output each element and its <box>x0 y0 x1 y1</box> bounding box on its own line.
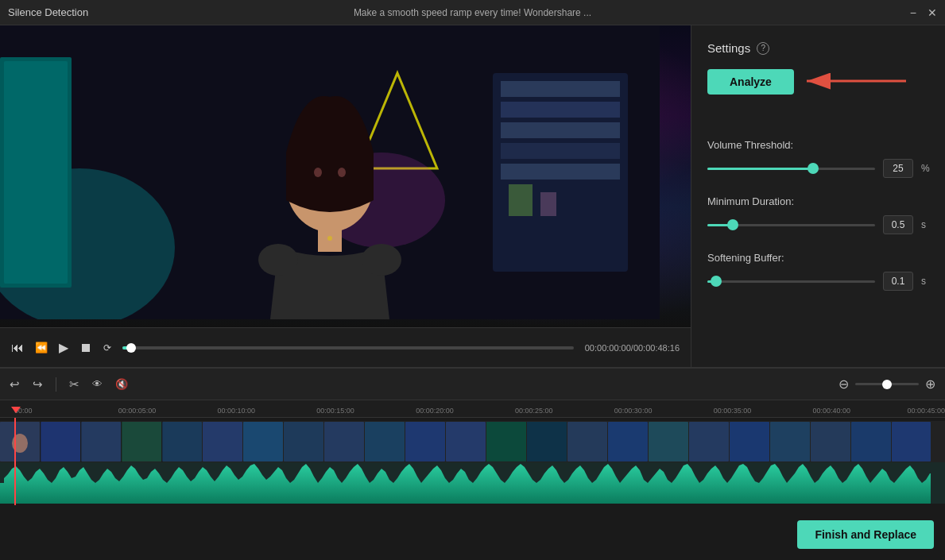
help-icon[interactable]: ? <box>757 42 769 55</box>
svg-rect-4 <box>501 102 620 118</box>
svg-rect-44 <box>851 422 891 462</box>
softening-buffer-value: 0.1 <box>883 272 913 291</box>
softening-buffer-group: Softening Buffer: 0.1 s <box>707 252 929 291</box>
svg-rect-34 <box>446 422 486 462</box>
mute-button[interactable]: 🔇 <box>115 378 128 390</box>
zoom-out-button[interactable]: ⊖ <box>838 377 849 392</box>
video-scene-svg <box>0 25 660 319</box>
zoom-in-button[interactable]: ⊕ <box>925 377 935 392</box>
svg-rect-48 <box>527 422 567 462</box>
minimize-button[interactable]: − <box>910 7 916 18</box>
svg-rect-25 <box>81 422 121 462</box>
softening-buffer-label: Softening Buffer: <box>707 252 929 264</box>
svg-rect-19 <box>509 184 533 216</box>
svg-rect-37 <box>567 422 607 462</box>
svg-rect-5 <box>501 122 620 138</box>
video-controls: ⏮ ⏪ ▶ ⏹ ⟳ 00:00:00:00/00:00:48:16 <box>0 327 691 367</box>
minimum-duration-value: 0.5 <box>883 215 913 234</box>
settings-panel: Settings ? Analyze Volume Threshold: <box>691 25 945 367</box>
svg-rect-42 <box>770 422 810 462</box>
analyze-button[interactable]: Analyze <box>707 69 794 95</box>
svg-point-15 <box>362 244 401 276</box>
svg-rect-28 <box>203 422 242 462</box>
ruler-mark-4: 00:00:20:00 <box>416 407 454 415</box>
minimum-duration-unit: s <box>921 219 929 230</box>
close-button[interactable]: ✕ <box>928 7 937 18</box>
progress-bar[interactable] <box>122 346 574 350</box>
minimum-duration-group: Minimum Duration: 0.5 s <box>707 195 929 234</box>
cut-button[interactable]: ✂ <box>69 377 79 392</box>
ruler-mark-3: 00:00:15:00 <box>316 407 354 415</box>
svg-rect-30 <box>284 422 323 462</box>
minimum-duration-label: Minimum Duration: <box>707 195 929 207</box>
duration-slider-thumb[interactable] <box>727 219 738 230</box>
ruler-mark-2: 00:00:10:00 <box>217 407 255 415</box>
video-thumbnails-svg <box>0 421 931 462</box>
video-background <box>0 25 691 327</box>
frame-back-button[interactable]: ⏪ <box>35 342 48 353</box>
time-display: 00:00:00:00/00:00:48:16 <box>585 343 680 353</box>
loop-button[interactable]: ⟳ <box>103 343 111 353</box>
main-area: ⏮ ⏪ ▶ ⏹ ⟳ 00:00:00:00/00:00:48:16 Settin… <box>0 25 945 367</box>
ruler-mark-7: 00:00:35:00 <box>714 407 752 415</box>
svg-rect-38 <box>608 422 648 462</box>
volume-threshold-label: Volume Threshold: <box>707 139 929 151</box>
analyze-section: Analyze <box>707 69 929 117</box>
volume-threshold-row: 25 % <box>707 159 929 178</box>
ruler-mark-5: 00:00:25:00 <box>515 407 553 415</box>
svg-rect-39 <box>649 422 688 462</box>
video-preview <box>0 25 691 327</box>
svg-rect-45 <box>892 422 931 462</box>
svg-rect-6 <box>501 143 620 159</box>
progress-thumb <box>126 343 136 353</box>
video-content <box>0 25 691 327</box>
svg-rect-40 <box>689 422 729 462</box>
minimum-duration-slider[interactable] <box>707 224 875 226</box>
go-to-start-button[interactable]: ⏮ <box>11 342 24 354</box>
zoom-thumb <box>882 380 892 389</box>
softening-buffer-slider[interactable] <box>707 280 875 283</box>
svg-point-14 <box>258 244 298 276</box>
timeline-toolbar: ↩ ↪ ✂ 👁 🔇 ⊖ ⊕ <box>0 369 945 400</box>
timeline-tracks <box>0 418 945 505</box>
volume-slider-thumb[interactable] <box>808 163 819 174</box>
svg-rect-47 <box>486 422 526 462</box>
finish-and-replace-button[interactable]: Finish and Replace <box>797 520 934 549</box>
timeline-area: ↩ ↪ ✂ 👁 🔇 ⊖ ⊕ 00:00 00:00:05:00 00:00:10… <box>0 367 945 560</box>
waveform-svg <box>0 462 931 504</box>
marquee-text: Make a smooth speed ramp every time! Won… <box>354 7 591 18</box>
zoom-slider[interactable] <box>855 383 919 385</box>
svg-point-16 <box>314 168 322 177</box>
stop-button[interactable]: ⏹ <box>79 342 92 354</box>
waveform-track <box>0 462 945 504</box>
svg-rect-46 <box>122 422 161 462</box>
svg-point-18 <box>327 236 332 241</box>
play-button[interactable]: ▶ <box>59 342 68 354</box>
svg-rect-3 <box>501 81 620 97</box>
ruler-mark-9: 00:00:45:00 <box>907 407 945 415</box>
svg-rect-9 <box>4 61 68 284</box>
timeline-ruler: 00:00 00:00:05:00 00:00:10:00 00:00:15:0… <box>0 400 945 418</box>
svg-rect-27 <box>162 422 202 462</box>
title-bar: Silence Detection Make a smooth speed ra… <box>0 0 945 25</box>
visibility-button[interactable]: 👁 <box>92 378 103 390</box>
minimum-duration-row: 0.5 s <box>707 215 929 234</box>
settings-title: Settings <box>707 41 750 55</box>
ruler-mark-6: 00:00:30:00 <box>614 407 653 415</box>
svg-rect-41 <box>730 422 769 462</box>
svg-point-17 <box>338 168 346 177</box>
volume-threshold-group: Volume Threshold: 25 % <box>707 139 929 178</box>
volume-threshold-slider[interactable] <box>707 168 875 170</box>
redo-button[interactable]: ↪ <box>33 377 43 392</box>
svg-rect-29 <box>243 422 283 462</box>
softening-slider-thumb[interactable] <box>711 276 722 287</box>
settings-header: Settings ? <box>707 41 929 55</box>
window-controls: − ✕ <box>910 7 937 18</box>
undo-button[interactable]: ↩ <box>10 377 20 392</box>
annotation-arrow <box>799 65 910 97</box>
playhead-triangle <box>11 407 21 413</box>
ruler-mark-8: 00:00:40:00 <box>813 407 851 415</box>
video-track <box>0 421 945 462</box>
svg-rect-31 <box>324 422 364 462</box>
zoom-controls: ⊖ ⊕ <box>838 377 935 392</box>
